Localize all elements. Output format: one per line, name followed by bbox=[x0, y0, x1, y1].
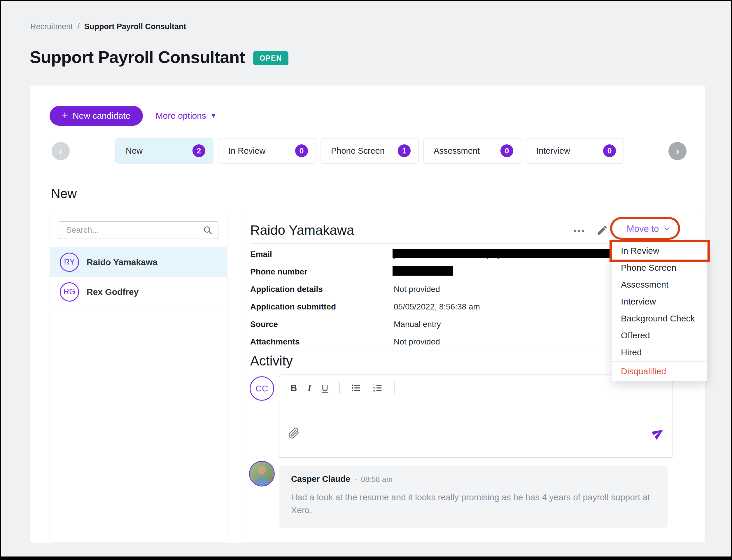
field-label: Attachments bbox=[250, 337, 394, 347]
candidate-list-item-raido[interactable]: RY Raido Yamakawa bbox=[50, 247, 227, 277]
italic-button[interactable]: I bbox=[308, 384, 311, 393]
activity-heading: Activity bbox=[250, 353, 293, 369]
chevron-down-icon bbox=[663, 225, 670, 233]
stage-count-badge: 2 bbox=[192, 144, 205, 157]
field-row-application-details: Application details Not provided bbox=[250, 281, 609, 298]
stage-tab-assessment[interactable]: Assessment 0 bbox=[423, 138, 521, 164]
send-icon[interactable] bbox=[649, 424, 667, 442]
comment-editor[interactable]: B I U 1 2 3 bbox=[279, 375, 673, 458]
menu-item-background-check[interactable]: Background Check bbox=[612, 310, 707, 327]
menu-item-hired[interactable]: Hired bbox=[612, 344, 707, 361]
menu-item-label: In Review bbox=[621, 246, 659, 256]
underline-button[interactable]: U bbox=[322, 384, 328, 393]
breadcrumb: Recruitment / Support Payroll Consultant bbox=[30, 22, 186, 31]
attachment-paperclip-icon[interactable] bbox=[288, 427, 300, 439]
menu-item-offered[interactable]: Offered bbox=[612, 327, 707, 344]
page-title: Support Payroll Consultant bbox=[30, 47, 245, 67]
comment-card: Casper Claude - 08:58 am Had a look at t… bbox=[279, 465, 668, 528]
comment-header: Casper Claude - 08:58 am bbox=[291, 474, 656, 484]
candidate-search bbox=[59, 221, 218, 239]
chevron-left-icon: ‹ bbox=[59, 145, 62, 157]
field-label: Application details bbox=[250, 285, 394, 294]
field-row-application-submitted: Application submitted 05/05/2022, 8:56:3… bbox=[250, 298, 609, 316]
bold-button[interactable]: B bbox=[290, 384, 297, 393]
carousel-next-button[interactable]: › bbox=[668, 142, 687, 160]
bullet-list-icon[interactable] bbox=[351, 383, 361, 393]
stage-section-heading: New bbox=[51, 186, 77, 201]
candidate-detail-name: Raido Yamakawa bbox=[250, 222, 354, 238]
comment-message: Had a look at the resume and it looks re… bbox=[291, 491, 656, 516]
menu-item-in-review[interactable]: In Review bbox=[612, 242, 707, 259]
caret-down-icon: ▼ bbox=[210, 112, 217, 120]
stage-count-badge: 1 bbox=[398, 144, 411, 157]
stage-tab-interview[interactable]: Interview 0 bbox=[526, 138, 624, 164]
stage-label: Phone Screen bbox=[331, 146, 385, 156]
toolbar-divider bbox=[339, 381, 340, 394]
more-options-button[interactable]: More options ▼ bbox=[156, 111, 217, 121]
field-row-source: Source Manual entry bbox=[250, 316, 609, 333]
candidate-list-panel: RY Raido Yamakawa RG Rex Godfrey bbox=[50, 211, 227, 543]
search-input[interactable] bbox=[59, 221, 218, 239]
edit-pencil-icon[interactable] bbox=[596, 224, 608, 236]
composer-avatar: CC bbox=[250, 376, 274, 401]
new-candidate-button[interactable]: + New candidate bbox=[50, 106, 143, 126]
field-row-phone: Phone number 0450111110 bbox=[250, 263, 609, 281]
editor-footer bbox=[279, 426, 673, 443]
stage-tab-in-review[interactable]: In Review 0 bbox=[218, 138, 316, 164]
stage-count-badge: 0 bbox=[500, 144, 513, 157]
menu-item-interview[interactable]: Interview bbox=[612, 293, 707, 310]
move-to-dropdown-menu: In Review Phone Screen Assessment Interv… bbox=[612, 242, 707, 381]
breadcrumb-separator: / bbox=[78, 22, 80, 31]
field-value-redacted: jamessimon-test102@employmenthero.com bbox=[394, 250, 554, 259]
stage-tab-new[interactable]: New 2 bbox=[115, 138, 213, 164]
menu-item-phone-screen[interactable]: Phone Screen bbox=[612, 259, 707, 276]
stage-count-badge: 0 bbox=[603, 144, 616, 157]
field-value: Not provided bbox=[394, 337, 440, 347]
search-icon bbox=[203, 225, 213, 235]
menu-item-label: Background Check bbox=[621, 314, 695, 323]
field-label: Phone number bbox=[250, 267, 394, 277]
field-row-email: Email jamessimon-test102@employmenthero.… bbox=[250, 246, 609, 263]
field-label: Application submitted bbox=[250, 302, 394, 311]
candidate-detail-panel: Raido Yamakawa ••• Move to Email jamessi… bbox=[241, 211, 705, 543]
plus-icon: + bbox=[62, 110, 68, 120]
candidate-name: Raido Yamakawa bbox=[87, 257, 157, 267]
menu-item-label: Phone Screen bbox=[621, 263, 676, 273]
menu-item-label: Offered bbox=[621, 330, 650, 340]
stage-label: New bbox=[126, 146, 143, 156]
field-value-redacted: 0450111110 bbox=[394, 267, 437, 277]
comment-textarea[interactable] bbox=[279, 394, 673, 426]
redaction-bar bbox=[393, 266, 453, 276]
page-header: Support Payroll Consultant OPEN bbox=[30, 47, 288, 67]
status-badge: OPEN bbox=[253, 51, 288, 65]
more-actions-icon[interactable]: ••• bbox=[573, 226, 585, 236]
chevron-right-icon: › bbox=[675, 145, 679, 157]
new-candidate-label: New candidate bbox=[73, 111, 130, 121]
candidate-fields: Email jamessimon-test102@employmenthero.… bbox=[250, 246, 609, 351]
menu-item-assessment[interactable]: Assessment bbox=[612, 276, 707, 293]
avatar: RY bbox=[60, 253, 79, 272]
toolbar-divider bbox=[394, 381, 395, 394]
move-to-button[interactable]: Move to bbox=[619, 221, 679, 237]
field-label: Email bbox=[250, 250, 394, 259]
svg-text:3: 3 bbox=[373, 389, 375, 393]
job-pipeline-card: + New candidate More options ▼ ‹ New 2 I… bbox=[30, 85, 706, 543]
candidate-list-item-rex[interactable]: RG Rex Godfrey bbox=[50, 277, 227, 307]
comment-time-separator: - bbox=[354, 475, 357, 484]
menu-item-label: Hired bbox=[621, 347, 642, 357]
breadcrumb-current: Support Payroll Consultant bbox=[84, 22, 186, 31]
numbered-list-icon[interactable]: 1 2 3 bbox=[372, 383, 383, 393]
breadcrumb-recruitment[interactable]: Recruitment bbox=[30, 22, 73, 31]
menu-item-disqualified[interactable]: Disqualified bbox=[612, 362, 707, 381]
stage-label: Interview bbox=[536, 146, 570, 156]
redaction-bar bbox=[393, 249, 614, 258]
stage-label: In Review bbox=[228, 146, 265, 156]
comment-author: Casper Claude bbox=[291, 474, 350, 484]
field-row-attachments: Attachments Not provided bbox=[250, 333, 609, 351]
stage-tab-phone-screen[interactable]: Phone Screen 1 bbox=[321, 138, 419, 164]
carousel-prev-button[interactable]: ‹ bbox=[52, 142, 70, 160]
comment-author-avatar bbox=[249, 461, 275, 487]
field-value: 05/05/2022, 8:56:38 am bbox=[394, 302, 480, 311]
more-options-label: More options bbox=[156, 111, 206, 121]
menu-item-label: Disqualified bbox=[621, 366, 666, 376]
